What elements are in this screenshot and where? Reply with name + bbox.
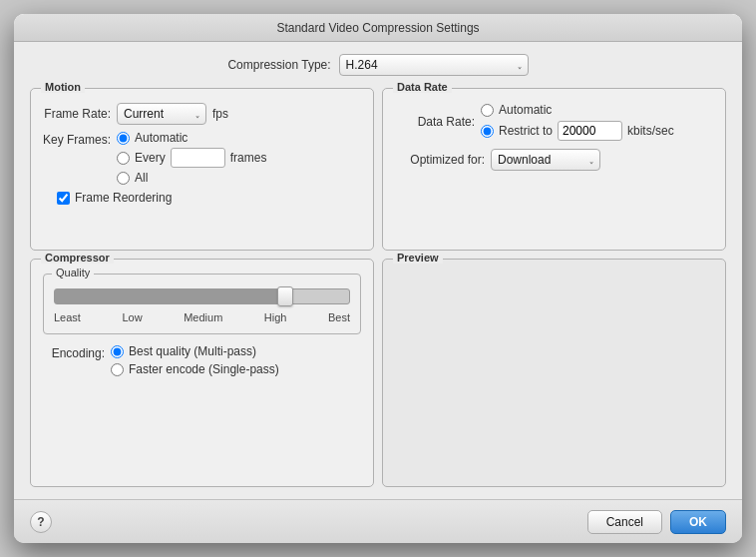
data-rate-restrict-input[interactable] (558, 121, 622, 141)
preview-panel: Preview (382, 259, 726, 487)
main-panels: Motion Frame Rate: Current 10 12 15 24 2… (30, 88, 726, 251)
optimized-for-label: Optimized for: (395, 153, 485, 167)
key-frames-every-row: Every frames (117, 148, 266, 168)
quality-group-title: Quality (52, 267, 94, 278)
key-frames-every-label: Every (135, 151, 166, 165)
quality-label-least: Least (54, 311, 81, 323)
data-rate-label: Data Rate: (395, 115, 475, 129)
quality-label-best: Best (328, 311, 350, 323)
frames-label: frames (230, 151, 267, 165)
frame-reordering-row: Frame Reordering (57, 191, 361, 205)
encoding-best-quality-label: Best quality (Multi-pass) (129, 344, 256, 358)
compressor-panel: Compressor Quality Least Low Medium High… (30, 259, 374, 487)
optimized-for-select-wrapper: Download CD-ROM LAN DSL/Cable Modem (491, 149, 600, 171)
key-frames-all-row: All (117, 171, 266, 185)
dialog-body: Compression Type: H.264 MPEG-4 H.263 Mot… (14, 42, 742, 499)
quality-labels: Least Low Medium High Best (54, 311, 350, 323)
frame-reordering-checkbox[interactable] (57, 192, 70, 205)
quality-slider[interactable] (54, 288, 350, 304)
dialog: Standard Video Compression Settings Comp… (14, 14, 742, 543)
data-rate-automatic-label: Automatic (499, 103, 552, 117)
encoding-faster-label: Faster encode (Single-pass) (129, 362, 279, 376)
dialog-title: Standard Video Compression Settings (276, 21, 479, 35)
key-frames-all-label: All (135, 171, 148, 185)
quality-label-high: High (264, 311, 287, 323)
data-rate-restrict-radio[interactable] (481, 125, 494, 138)
title-bar: Standard Video Compression Settings (14, 14, 742, 42)
compressor-panel-title: Compressor (41, 252, 114, 264)
frame-rate-select-wrapper: Current 10 12 15 24 25 29.97 30 (117, 103, 206, 125)
bottom-bar: ? Cancel OK (14, 499, 742, 543)
key-frames-every-radio[interactable] (117, 152, 130, 165)
encoding-faster-row: Faster encode (Single-pass) (111, 362, 279, 376)
encoding-faster-radio[interactable] (111, 363, 124, 376)
motion-panel: Motion Frame Rate: Current 10 12 15 24 2… (30, 88, 374, 251)
data-rate-label-row: Data Rate: Automatic Restrict to kbits/s… (395, 103, 713, 141)
data-rate-restrict-row: Restrict to kbits/sec (481, 121, 674, 141)
compression-type-select-wrapper: H.264 MPEG-4 H.263 Motion JPEG A Motion … (339, 54, 529, 76)
compression-type-row: Compression Type: H.264 MPEG-4 H.263 Mot… (30, 54, 726, 76)
compression-type-label: Compression Type: (227, 58, 330, 72)
quality-label-medium: Medium (184, 311, 222, 323)
key-frames-every-input[interactable] (171, 148, 225, 168)
quality-group: Quality Least Low Medium High Best (43, 274, 361, 334)
key-frames-row: Key Frames: Automatic Every frames (43, 131, 361, 185)
key-frames-label: Key Frames: (43, 133, 111, 147)
motion-panel-title: Motion (41, 81, 85, 93)
kbits-label: kbits/sec (627, 124, 674, 138)
preview-panel-title: Preview (393, 252, 443, 264)
compression-type-select[interactable]: H.264 MPEG-4 H.263 Motion JPEG A Motion … (339, 54, 529, 76)
quality-slider-container (54, 288, 350, 307)
frame-rate-row: Frame Rate: Current 10 12 15 24 25 29.97… (43, 103, 361, 125)
data-rate-panel-title: Data Rate (393, 81, 452, 93)
ok-button[interactable]: OK (670, 510, 726, 534)
key-frames-automatic-radio[interactable] (117, 132, 130, 145)
encoding-best-quality-row: Best quality (Multi-pass) (111, 344, 279, 358)
optimized-for-row: Optimized for: Download CD-ROM LAN DSL/C… (395, 149, 713, 171)
encoding-options: Best quality (Multi-pass) Faster encode … (111, 344, 279, 376)
data-rate-restrict-label: Restrict to (499, 124, 553, 138)
key-frames-all-radio[interactable] (117, 172, 130, 185)
frame-rate-select[interactable]: Current 10 12 15 24 25 29.97 30 (117, 103, 206, 125)
encoding-best-quality-radio[interactable] (111, 345, 124, 358)
data-rate-panel: Data Rate Data Rate: Automatic Restrict … (382, 88, 726, 251)
bottom-panels: Compressor Quality Least Low Medium High… (30, 259, 726, 487)
data-rate-automatic-row: Automatic (481, 103, 674, 117)
help-button[interactable]: ? (30, 511, 52, 533)
optimized-for-select[interactable]: Download CD-ROM LAN DSL/Cable Modem (491, 149, 600, 171)
quality-label-low: Low (122, 311, 142, 323)
fps-label: fps (212, 107, 228, 121)
data-rate-options: Automatic Restrict to kbits/sec (481, 103, 674, 141)
data-rate-automatic-radio[interactable] (481, 104, 494, 117)
key-frames-automatic-label: Automatic (135, 131, 188, 145)
frame-rate-label: Frame Rate: (43, 107, 111, 121)
encoding-label: Encoding: (43, 346, 105, 360)
bottom-buttons: Cancel OK (587, 510, 726, 534)
key-frames-group: Automatic Every frames All (117, 131, 266, 185)
key-frames-automatic-row: Automatic (117, 131, 266, 145)
frame-reordering-label: Frame Reordering (75, 191, 172, 205)
cancel-button[interactable]: Cancel (587, 510, 662, 534)
encoding-row: Encoding: Best quality (Multi-pass) Fast… (43, 344, 361, 376)
